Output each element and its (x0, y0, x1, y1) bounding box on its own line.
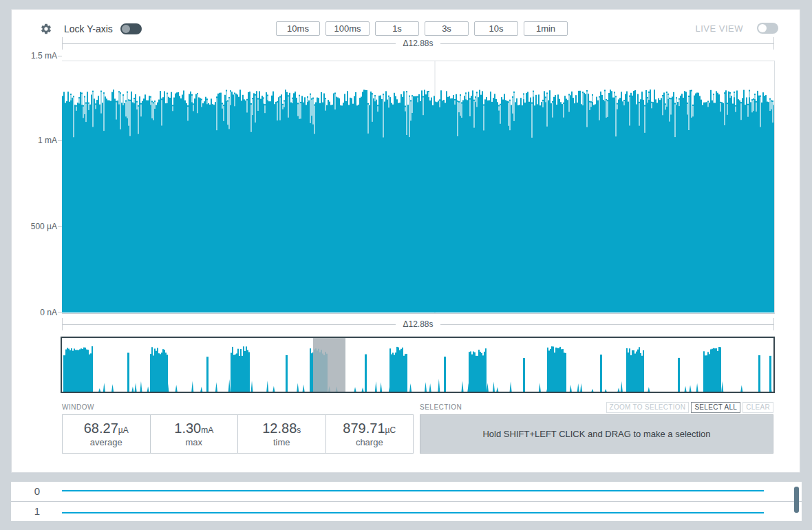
toggle-knob (122, 25, 130, 33)
y-tick-500uA: 500 µA (16, 222, 57, 231)
y-tick-1500uA: 1.5 mA (16, 51, 57, 61)
vertical-scrollbar-thumb[interactable] (794, 487, 799, 513)
window-button-10s[interactable]: 10s (474, 21, 518, 36)
y-tick-1000uA: 1 mA (16, 136, 57, 145)
selection-hint-panel: Hold SHIFT+LEFT CLICK and DRAG to make a… (420, 414, 773, 454)
lock-y-axis-group: Lock Y-axis (40, 21, 142, 36)
digital-channels-panel: 0 1 (11, 482, 802, 521)
stat-max: 1.30mA max (151, 415, 239, 453)
y-tick-0nA: 0 nA (16, 308, 57, 317)
app-window: Lock Y-axis 10ms 100ms 1s 3s 10s 1min LI… (0, 0, 812, 530)
clear-selection-button[interactable]: CLEAR (742, 402, 773, 413)
digital-channel-label-1: 1 (30, 505, 44, 517)
y-tick-mark (58, 56, 62, 56)
minimap-time-bracket: Δ12.88s (62, 318, 774, 330)
window-button-1s[interactable]: 1s (375, 21, 419, 36)
time-window-buttons: 10ms 100ms 1s 3s 10s 1min (276, 21, 568, 36)
digital-channel-row-0: 0 (11, 482, 802, 502)
select-all-button[interactable]: SELECT ALL (691, 402, 740, 413)
digital-trace-0 (62, 490, 764, 491)
overview-minimap[interactable] (61, 337, 775, 393)
stat-time: 12.88s time (238, 415, 326, 453)
window-button-1min[interactable]: 1min (524, 21, 568, 36)
lock-y-axis-label: Lock Y-axis (64, 23, 113, 34)
settings-gear-icon[interactable] (40, 23, 52, 35)
window-button-100ms[interactable]: 100ms (325, 21, 370, 36)
bracket-tick (62, 318, 63, 330)
selection-section-label: SELECTION (420, 403, 462, 411)
toggle-knob (758, 24, 767, 32)
main-chart-time-bracket: Δ12.88s (62, 37, 774, 50)
main-chart-delta-label: Δ12.88s (403, 39, 433, 48)
main-current-chart[interactable] (62, 61, 775, 314)
main-chart-svg (62, 61, 774, 313)
bracket-tick (773, 37, 774, 50)
selection-buttons: ZOOM TO SELECTION SELECT ALL CLEAR (606, 402, 773, 413)
digital-channel-row-1: 1 (11, 502, 802, 521)
selection-hint-text: Hold SHIFT+LEFT CLICK and DRAG to make a… (482, 429, 710, 439)
digital-trace-1 (62, 512, 764, 513)
minimap-svg (62, 338, 773, 392)
digital-channel-label-0: 0 (30, 485, 44, 497)
window-button-3s[interactable]: 3s (425, 21, 469, 36)
live-view-label: LIVE VIEW (695, 23, 743, 34)
window-section-label: WINDOW (62, 403, 94, 411)
stat-charge: 879.71µC charge (326, 415, 414, 453)
stat-average: 68.27µA average (63, 415, 151, 453)
lock-y-axis-toggle[interactable] (120, 23, 142, 34)
zoom-to-selection-button[interactable]: ZOOM TO SELECTION (606, 402, 690, 413)
window-button-10ms[interactable]: 10ms (276, 21, 320, 36)
live-view-toggle[interactable] (757, 23, 778, 34)
minimap-selection-window (313, 338, 345, 392)
bracket-tick (773, 318, 774, 330)
minimap-delta-label: Δ12.88s (403, 319, 433, 329)
live-view-group: LIVE VIEW (695, 23, 778, 34)
bracket-tick (62, 37, 63, 50)
window-stats-box: 68.27µA average 1.30mA max 12.88s time 8… (62, 414, 414, 454)
